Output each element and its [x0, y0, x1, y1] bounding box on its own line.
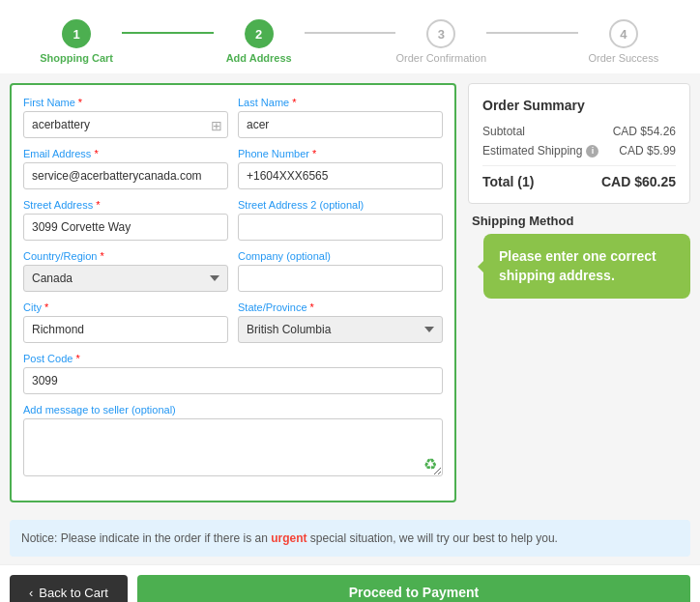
postcode-label: Post Code *: [23, 353, 443, 364]
company-label: Company (optional): [238, 250, 443, 262]
total-value: CAD $60.25: [601, 174, 676, 189]
state-label: State/Province *: [238, 301, 443, 313]
form-row-message: Add message to seller (optional) ♻: [23, 404, 443, 479]
shipping-label-group: Estimated Shipping i: [482, 144, 598, 158]
phone-group: Phone Number *: [238, 148, 443, 189]
back-button-label: Back to Cart: [39, 586, 108, 600]
total-row: Total (1) CAD $60.25: [482, 174, 676, 189]
step-circle-4: 4: [609, 19, 638, 48]
form-row-city-state: City * State/Province * British Columbia…: [23, 301, 443, 343]
notice-urgent: urgent: [271, 531, 306, 545]
shipping-label: Estimated Shipping: [482, 144, 582, 158]
notice-text-after: special situation, we will try our best …: [306, 531, 557, 545]
street2-label: Street Address 2 (optional): [238, 199, 443, 211]
step-order-confirmation: 3 Order Confirmation: [395, 19, 486, 64]
city-input[interactable]: [23, 316, 228, 343]
email-group: Email Address *: [23, 148, 228, 189]
city-group: City *: [23, 301, 228, 343]
notice-box: Notice: Please indicate in the order if …: [10, 520, 690, 557]
state-group: State/Province * British Columbia Albert…: [238, 301, 443, 343]
subtotal-value: CAD $54.26: [613, 125, 676, 138]
country-select[interactable]: Canada United States: [23, 265, 228, 292]
shipping-tooltip-text: Please enter one correct shipping addres…: [499, 248, 656, 283]
street2-group: Street Address 2 (optional): [238, 199, 443, 241]
message-textarea-wrapper: ♻: [23, 418, 443, 479]
step-circle-1: 1: [62, 19, 91, 48]
last-name-input[interactable]: [238, 111, 443, 138]
message-textarea[interactable]: [23, 418, 443, 476]
state-select[interactable]: British Columbia Alberta Ontario Quebec: [238, 316, 443, 343]
country-group: Country/Region * Canada United States: [23, 250, 228, 292]
shipping-tooltip: Please enter one correct shipping addres…: [483, 234, 690, 299]
street-label: Street Address *: [23, 199, 228, 211]
proceed-to-payment-button[interactable]: Proceed to Payment: [137, 575, 690, 602]
first-name-group: First Name * ⊞: [23, 97, 228, 138]
order-summary-title: Order Summary: [482, 98, 676, 113]
street2-input[interactable]: [238, 214, 443, 241]
company-input[interactable]: [238, 265, 443, 292]
step-label-3: Order Confirmation: [395, 52, 486, 64]
main-content: First Name * ⊞ Last Name * Email Address…: [0, 73, 700, 512]
subtotal-row: Subtotal CAD $54.26: [482, 125, 676, 138]
email-label: Email Address *: [23, 148, 228, 159]
postcode-input[interactable]: [23, 367, 443, 394]
last-name-label: Last Name *: [238, 97, 443, 108]
company-group: Company (optional): [238, 250, 443, 292]
calendar-icon: ⊞: [211, 118, 222, 133]
form-row-contact: Email Address * Phone Number *: [23, 148, 443, 189]
first-name-input[interactable]: [23, 111, 228, 138]
form-row-name: First Name * ⊞ Last Name *: [23, 97, 443, 138]
shipping-method-section: Shipping Method Please enter one correct…: [468, 214, 690, 299]
proceed-button-label: Proceed to Payment: [349, 585, 480, 600]
last-name-group: Last Name *: [238, 97, 443, 138]
right-panel: Order Summary Subtotal CAD $54.26 Estima…: [468, 83, 690, 502]
form-row-postcode: Post Code *: [23, 353, 443, 394]
first-name-label: First Name *: [23, 97, 228, 108]
phone-input[interactable]: [238, 162, 443, 189]
form-row-country-company: Country/Region * Canada United States Co…: [23, 250, 443, 292]
step-line-1-2: [122, 32, 213, 34]
step-order-success: 4 Order Success: [578, 19, 669, 64]
shipping-value: CAD $5.99: [619, 144, 676, 158]
progress-bar: 1 Shopping Cart 2 Add Address 3 Order Co…: [0, 0, 700, 73]
shipping-row: Estimated Shipping i CAD $5.99: [482, 144, 676, 158]
step-line-3-4: [486, 32, 577, 34]
order-summary: Order Summary Subtotal CAD $54.26 Estima…: [468, 83, 690, 204]
chevron-left-icon: ‹: [29, 586, 33, 600]
step-circle-2: 2: [245, 19, 274, 48]
country-label: Country/Region *: [23, 250, 228, 262]
city-label: City *: [23, 301, 228, 313]
subtotal-label: Subtotal: [482, 125, 525, 138]
recycle-icon: ♻: [423, 455, 437, 473]
notice-text-before: Notice: Please indicate in the order if …: [21, 531, 271, 545]
shipping-method-title: Shipping Method: [468, 214, 690, 228]
summary-divider: [482, 165, 676, 166]
step-label-1: Shopping Cart: [40, 52, 113, 64]
step-label-2: Add Address: [226, 52, 292, 64]
back-to-cart-button[interactable]: ‹ Back to Cart: [10, 575, 128, 602]
total-label: Total (1): [482, 174, 534, 189]
info-icon[interactable]: i: [586, 145, 598, 158]
step-line-2-3: [305, 32, 395, 34]
email-input[interactable]: [23, 162, 228, 189]
street-input[interactable]: [23, 214, 228, 241]
step-shopping-cart: 1 Shopping Cart: [31, 19, 122, 64]
postcode-group: Post Code *: [23, 353, 443, 394]
step-label-4: Order Success: [588, 52, 658, 64]
street-group: Street Address *: [23, 199, 228, 241]
step-add-address: 2 Add Address: [214, 19, 305, 64]
message-label: Add message to seller (optional): [23, 404, 443, 416]
address-form: First Name * ⊞ Last Name * Email Address…: [10, 83, 456, 502]
step-circle-3: 3: [426, 19, 455, 48]
form-row-street: Street Address * Street Address 2 (optio…: [23, 199, 443, 241]
phone-label: Phone Number *: [238, 148, 443, 159]
message-group: Add message to seller (optional) ♻: [23, 404, 443, 479]
buttons-row: ‹ Back to Cart Proceed to Payment: [0, 564, 700, 602]
